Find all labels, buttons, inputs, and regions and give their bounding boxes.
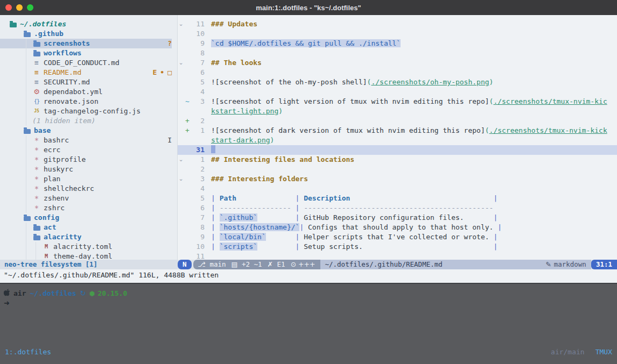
status-row: neo-tree filesystem [1] N ⎇ main▤ +2 ~1✗… <box>0 260 617 269</box>
branch-name: main <box>209 260 226 268</box>
editor-line[interactable]: +2 <box>178 116 617 126</box>
editor-line[interactable]: +1![screenshot of dark version of tmux w… <box>178 126 617 135</box>
json-file-icon <box>32 97 41 106</box>
mode-indicator: N <box>178 260 192 269</box>
editor-line[interactable]: 6 <box>178 68 617 77</box>
line-number: 5 <box>191 194 205 203</box>
tree-item-bashrc[interactable]: bashrcI <box>0 135 172 145</box>
diagnostics-icon: ✗ <box>268 260 273 268</box>
editor-line[interactable]: 4 <box>178 87 617 97</box>
editor-line[interactable]: 8| `hosts/{hostname}/`| Configs that sho… <box>178 223 617 232</box>
line-text: | Path | Description | <box>205 194 497 203</box>
tree-item-zshenv[interactable]: zshenv <box>0 194 172 203</box>
line-number: 11 <box>191 252 205 260</box>
markdown-link[interactable]: ./screenshots/oh-my-posh.png <box>371 78 489 86</box>
tree-item-security[interactable]: SECURITY.md <box>0 77 172 87</box>
tree-item-base[interactable]: base <box>0 126 172 135</box>
line-number: 10 <box>191 242 205 252</box>
tree-item-gitprofile[interactable]: gitprofile <box>0 155 172 165</box>
editor-line[interactable]: 9`cd $HOME/.dotfiles && git pull && ./in… <box>178 39 617 48</box>
tree-item-alacritty-toml[interactable]: alacritty.toml <box>0 242 172 252</box>
editor-line-wrap[interactable]: start-dark.png) <box>178 135 617 145</box>
tree-item-huskyrc[interactable]: huskyrc <box>0 165 172 174</box>
markdown-link[interactable]: ./screenshots/tmux-nvim-kic <box>493 97 607 105</box>
fold-icon[interactable]: ⌄ <box>178 155 184 165</box>
editor-buffer[interactable]: ⌄11### Updates 10 9`cd $HOME/.dotfiles &… <box>178 15 617 260</box>
markdown-link[interactable]: ./screenshots/tmux-nvim-kick <box>489 126 607 134</box>
tree-item-renovate[interactable]: renovate.json <box>0 97 172 106</box>
tree-item-screenshots[interactable]: screenshots? <box>0 39 172 48</box>
line-text: ## The looks <box>205 58 262 68</box>
git-add-sign: + <box>184 126 191 135</box>
line-text: `cd $HOME/.dotfiles && git pull && ./ins… <box>205 39 401 48</box>
folder-icon <box>23 129 31 133</box>
git-info-segment: ⎇ main▤ +2 ~1✗ E1⊙ +++ <box>193 260 320 269</box>
tree-item-theme-day-toml[interactable]: theme-day.toml <box>0 252 172 260</box>
folder-icon <box>23 32 31 37</box>
tree-item-workflows[interactable]: workflows <box>0 48 172 58</box>
editor-line[interactable]: 9| `local/bin` | Helper scripts that I'v… <box>178 232 617 242</box>
line-number: 1 <box>191 126 205 135</box>
diff-stats: +2 ~1 <box>242 260 262 268</box>
fold-icon[interactable]: ⌄ <box>178 58 184 68</box>
fold-icon[interactable]: ⌄ <box>178 19 184 29</box>
editor-line[interactable]: 4 <box>178 184 617 194</box>
dotfile-icon <box>32 184 41 194</box>
pencil-icon: ✎ <box>545 260 551 268</box>
line-text: ![screenshot of light version of tmux wi… <box>205 97 607 106</box>
editor-line[interactable]: ~3![screenshot of light version of tmux … <box>178 97 617 106</box>
editor-line[interactable]: 5![screenshot of the oh-my-posh shell](.… <box>178 77 617 87</box>
filetype-segment: ✎markdown <box>541 260 591 269</box>
tmux-badge: TMUX <box>595 347 612 357</box>
tree-item-act[interactable]: act <box>0 223 172 232</box>
prompt-path: ~/.dotfiles <box>30 289 76 298</box>
editor-line[interactable]: 7| `.github` | GitHub Repository configu… <box>178 213 617 223</box>
editor-line[interactable]: 5| Path | Description | <box>178 194 617 203</box>
statusline-file-path: ~/.dotfiles/.github/README.md <box>320 260 541 269</box>
tmux-window-label[interactable]: 1:.dotfiles <box>5 347 51 357</box>
markdown-file-icon <box>32 68 41 77</box>
editor-line[interactable]: ⌄3### Interesting folders <box>178 174 617 184</box>
markdown-link[interactable]: kstart-light.png <box>211 107 278 115</box>
editor-line[interactable]: 6| ----------------- | -----------------… <box>178 203 617 213</box>
toml-file-icon <box>42 252 51 260</box>
tree-item-code-of-conduct[interactable]: CODE_OF_CONDUCT.md <box>0 58 172 68</box>
editor-line[interactable]: 11 <box>178 252 617 260</box>
tree-item-readme[interactable]: README.mdE•□ <box>0 68 172 77</box>
editor-line[interactable]: 10 <box>178 29 617 39</box>
cursor-position: 31:1 <box>591 260 617 269</box>
tree-item-hidden-count[interactable]: (1 hidden item) <box>0 116 172 126</box>
editor-line[interactable]: 10| `scripts` | Setup scripts. | <box>178 242 617 252</box>
line-text: start-dark.png) <box>205 135 274 145</box>
tree-item-ecrc[interactable]: ecrc <box>0 145 172 155</box>
editor-line[interactable]: 8 <box>178 48 617 58</box>
shell-pane[interactable]: air ~/.dotfiles ↻ 20.15.0 ➜ 1:.dotfiles … <box>0 284 617 364</box>
mark-badge: I <box>167 135 172 145</box>
line-text: | ----------------- | ------------------… <box>205 203 493 213</box>
editor-line[interactable]: ⌄11### Updates <box>178 19 617 29</box>
editor-line[interactable]: ⌄7## The looks <box>178 58 617 68</box>
tree-item-dependabot[interactable]: dependabot.yml <box>0 87 172 97</box>
line-number: 2 <box>191 165 205 174</box>
line-number: 4 <box>191 87 205 97</box>
tree-item-github[interactable]: .github <box>0 29 172 39</box>
line-number: 11 <box>191 19 205 29</box>
window-title: main:1:.dotfiles - "ks~/.dotfiles" <box>0 4 617 12</box>
tmux-statusbar: 1:.dotfiles air/main TMUX <box>0 347 617 357</box>
tree-item-shellcheckrc[interactable]: shellcheckrc <box>0 184 172 194</box>
tree-item-zshrc[interactable]: zshrc <box>0 203 172 213</box>
editor-line-wrap[interactable]: kstart-light.png) <box>178 106 617 116</box>
editor-cursor-line[interactable]: 31 <box>178 145 617 155</box>
editor-line[interactable]: ⌄1## Interesting files and locations <box>178 155 617 165</box>
markdown-link[interactable]: start-dark.png <box>211 136 270 144</box>
tree-item-alacritty[interactable]: alacritty <box>0 232 172 242</box>
tree-item-config[interactable]: config <box>0 213 172 223</box>
tree-item-plan[interactable]: plan <box>0 174 172 184</box>
tree-item-tag-changelog[interactable]: tag-changelog-config.js <box>0 106 172 116</box>
neotree-sidebar: ~/.dotfiles .github screenshots? workflo… <box>0 15 178 260</box>
line-text: | `local/bin` | Helper scripts that I've… <box>205 232 497 242</box>
editor-line[interactable]: 2 <box>178 165 617 174</box>
fold-icon[interactable]: ⌄ <box>178 174 184 184</box>
dotfile-icon <box>32 194 41 203</box>
tree-item-root[interactable]: ~/.dotfiles <box>0 19 172 29</box>
